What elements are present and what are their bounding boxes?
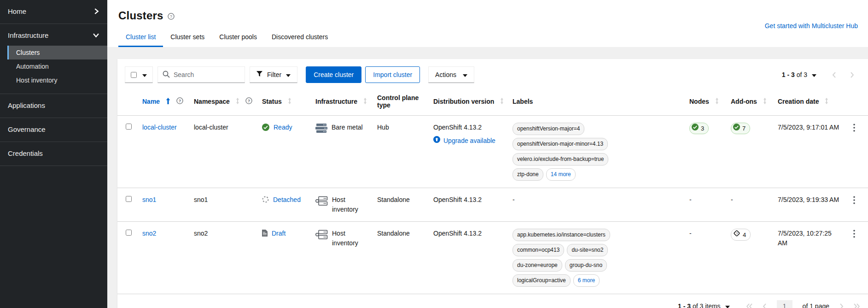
sort-icon[interactable] xyxy=(288,98,291,106)
content-area: Filter Create cluster Import cluster Act… xyxy=(107,47,868,308)
labels-more-link[interactable]: 6 more xyxy=(573,274,600,287)
first-page-button[interactable] xyxy=(746,303,752,308)
labels-cell: openshiftVersion-major=4openshiftVersion… xyxy=(509,116,686,188)
sort-icon[interactable] xyxy=(763,98,767,106)
sort-icon[interactable] xyxy=(500,98,504,106)
items-per-page-dropdown[interactable]: 1 - 3 of 3 items xyxy=(678,302,730,308)
sidebar-item-home[interactable]: Home xyxy=(0,1,107,22)
actions-label: Actions xyxy=(435,71,456,78)
distribution-cell: OpenShift 4.13.2 xyxy=(430,188,509,222)
sidebar-item-clusters[interactable]: Clusters xyxy=(7,46,107,59)
create-cluster-button[interactable]: Create cluster xyxy=(306,66,361,83)
status-link[interactable]: Draft xyxy=(272,229,285,238)
sidebar-item-applications[interactable]: Applications xyxy=(0,95,107,116)
label-chip[interactable]: velero.io/exclude-from-backup=true xyxy=(513,153,608,166)
row-checkbox[interactable] xyxy=(126,124,132,130)
prev-page-button[interactable] xyxy=(763,303,767,308)
label-chip[interactable]: logicalGroup=active xyxy=(513,274,571,287)
cluster-name-link[interactable]: sno2 xyxy=(142,230,156,237)
sort-icon[interactable] xyxy=(715,98,719,106)
tab-bar: Cluster listCluster setsCluster poolsDis… xyxy=(118,29,857,47)
label-chip[interactable]: common=ocp413 xyxy=(513,244,564,256)
page-of-label: of 1 page xyxy=(803,302,829,308)
next-page-button[interactable] xyxy=(850,72,854,78)
kebab-menu-button[interactable] xyxy=(851,195,858,207)
chevron-down-icon xyxy=(463,71,467,78)
get-started-link[interactable]: Get started with Multicluster Hub xyxy=(765,22,858,30)
pagination-of: of 3 xyxy=(797,71,807,78)
sidebar-item-host-inventory[interactable]: Host inventory xyxy=(7,73,107,87)
infrastructure-label: Bare metal xyxy=(332,123,363,132)
svg-text:?: ? xyxy=(170,14,172,19)
table-row: local-clusterlocal-clusterReadyBare meta… xyxy=(117,116,868,188)
tab-cluster-pools[interactable]: Cluster pools xyxy=(212,29,264,47)
tab-cluster-sets[interactable]: Cluster sets xyxy=(163,29,212,47)
last-page-button[interactable] xyxy=(854,303,860,308)
control-plane-cell: Standalone xyxy=(373,188,430,222)
kebab-menu-button[interactable] xyxy=(851,123,858,134)
next-page-button[interactable] xyxy=(839,303,844,308)
sidebar-item-governance[interactable]: Governance xyxy=(0,119,107,140)
label-chip[interactable]: app.kubernetes.io/instance=clusters xyxy=(513,229,610,241)
check-circle-icon xyxy=(692,124,699,133)
infrastructure-label: Host inventory xyxy=(332,229,370,248)
label-chip[interactable]: group-du-sno xyxy=(565,259,607,272)
column-help-icon[interactable]: ? xyxy=(245,97,252,106)
nodes-cell: - xyxy=(686,188,727,222)
toolbar-pagination: 1 - 3 of 3 xyxy=(782,71,861,78)
sort-icon[interactable] xyxy=(825,98,828,106)
bulk-select-checkbox[interactable] xyxy=(131,72,137,78)
namespace-cell: sno2 xyxy=(190,222,258,294)
page-number-input[interactable]: 1 xyxy=(777,300,792,308)
chevron-down-icon xyxy=(93,33,99,38)
per-page-dropdown[interactable]: 1 - 3 of 3 xyxy=(782,71,816,78)
labels-more-link[interactable]: 14 more xyxy=(546,168,576,181)
actions-dropdown[interactable]: Actions xyxy=(428,66,474,83)
search-input[interactable] xyxy=(174,71,240,78)
cluster-name-link[interactable]: local-cluster xyxy=(142,124,177,131)
label-chip[interactable]: ztp-done xyxy=(513,168,543,181)
count-badge[interactable]: 3 xyxy=(689,123,709,134)
svg-text:?: ? xyxy=(736,231,738,236)
sort-ascending-icon[interactable] xyxy=(166,98,170,106)
unknown-icon: ? xyxy=(733,230,740,240)
upgrade-available-link[interactable]: Upgrade available xyxy=(443,136,495,146)
table-row: sno2sno2DraftHost inventoryStandaloneOpe… xyxy=(117,222,868,294)
svg-text:?: ? xyxy=(248,99,250,103)
column-header: Namespace? xyxy=(190,90,258,116)
row-checkbox[interactable] xyxy=(126,230,132,236)
sidebar-item-infrastructure[interactable]: Infrastructure xyxy=(0,25,107,46)
label-chip[interactable]: du-site=sno2 xyxy=(567,244,608,256)
tab-discovered-clusters[interactable]: Discovered clusters xyxy=(264,29,335,47)
addons-cell: - xyxy=(727,188,774,222)
actions-column-header xyxy=(844,90,868,116)
sidebar-item-automation[interactable]: Automation xyxy=(7,59,107,73)
subnav: ClustersAutomationHost inventory xyxy=(7,46,107,87)
row-checkbox[interactable] xyxy=(126,196,132,202)
pagination-range: 1 - 3 xyxy=(782,71,795,78)
tab-cluster-list[interactable]: Cluster list xyxy=(118,29,163,47)
label-chip[interactable]: openshiftVersion-major=4 xyxy=(513,123,584,135)
status-link[interactable]: Ready xyxy=(274,123,292,132)
label-chip[interactable]: du-zone=europe xyxy=(513,259,562,272)
bulk-select-dropdown[interactable] xyxy=(125,66,153,83)
count-badge[interactable]: ?4 xyxy=(731,229,751,241)
column-help-icon[interactable]: ? xyxy=(176,97,183,106)
addons-cell: ?4 xyxy=(727,222,774,294)
sidebar-item-credentials[interactable]: Credentials xyxy=(0,143,107,164)
footer-items-of: of 3 items xyxy=(693,302,721,308)
count-badge[interactable]: 7 xyxy=(731,123,750,134)
column-header: Distribution version xyxy=(430,90,509,116)
help-icon[interactable]: ? xyxy=(168,13,175,20)
sort-icon[interactable] xyxy=(363,98,367,106)
toolbar: Filter Create cluster Import cluster Act… xyxy=(117,59,868,90)
cluster-name-link[interactable]: sno1 xyxy=(142,196,156,203)
label-chip[interactable]: openshiftVersion-major-minor=4.13 xyxy=(513,138,608,150)
sort-icon[interactable] xyxy=(236,98,239,106)
filter-dropdown[interactable]: Filter xyxy=(250,66,297,83)
status-link[interactable]: Detached xyxy=(273,195,301,205)
column-header: Control plane type xyxy=(373,90,430,116)
kebab-menu-button[interactable] xyxy=(851,229,858,240)
prev-page-button[interactable] xyxy=(832,72,836,78)
import-cluster-button[interactable]: Import cluster xyxy=(365,66,420,83)
